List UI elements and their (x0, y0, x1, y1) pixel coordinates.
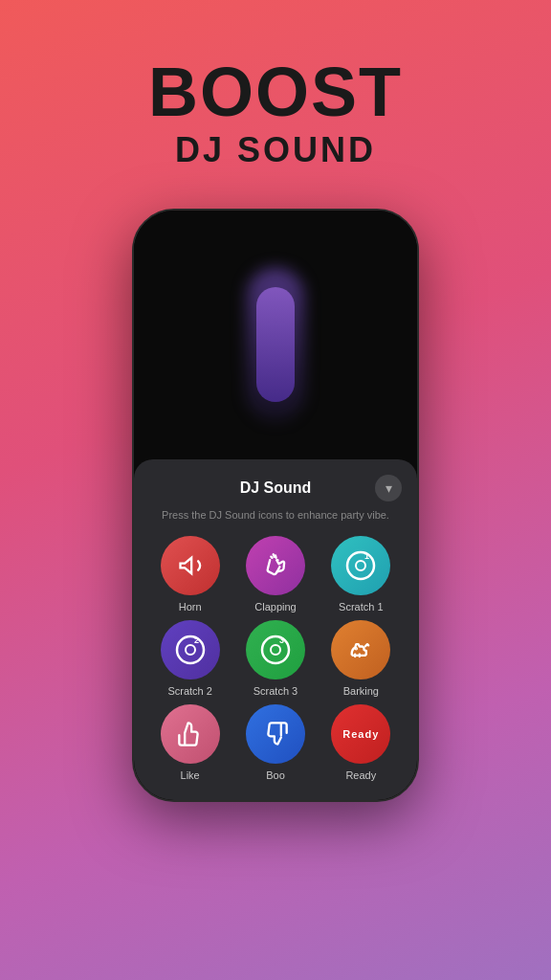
like-label: Like (181, 769, 200, 781)
boo-label: Boo (266, 769, 285, 781)
horn-button[interactable] (161, 536, 220, 595)
ready-button[interactable]: Ready (331, 704, 390, 764)
panel-subtitle: Press the DJ Sound icons to enhance part… (149, 509, 402, 521)
svg-point-2 (356, 561, 365, 570)
barking-label: Barking (343, 685, 379, 697)
ready-text: Ready (342, 728, 379, 740)
horn-label: Horn (179, 601, 202, 612)
sound-item-scratch1[interactable]: 1 Scratch 1 (320, 536, 402, 612)
sound-item-ready[interactable]: Ready Ready (320, 704, 402, 781)
svg-text:1: 1 (364, 551, 369, 561)
panel-header: DJ Sound (149, 475, 402, 501)
turntable-center (256, 287, 295, 402)
collapse-button[interactable] (375, 475, 402, 501)
turntable-area (134, 211, 417, 498)
sound-item-like[interactable]: Like (149, 704, 231, 781)
sound-item-horn[interactable]: Horn (149, 536, 231, 612)
boo-button[interactable] (246, 704, 305, 764)
scratch1-label: Scratch 1 (339, 601, 383, 612)
svg-point-5 (186, 645, 195, 655)
phone-mockup: DJ Sound Press the DJ Sound icons to enh… (132, 209, 419, 802)
sound-item-clapping[interactable]: Clapping (234, 536, 316, 612)
panel-title: DJ Sound (176, 479, 375, 497)
svg-point-4 (177, 636, 204, 663)
svg-text:2: 2 (194, 635, 199, 645)
boost-title: BOOST (148, 57, 403, 126)
phone-screen: DJ Sound Press the DJ Sound icons to enh… (134, 211, 417, 800)
scratch3-button[interactable]: 3 (246, 620, 305, 679)
sound-item-scratch2[interactable]: 2 Scratch 2 (149, 620, 231, 697)
scratch3-label: Scratch 3 (253, 685, 298, 697)
sound-item-scratch3[interactable]: 3 Scratch 3 (234, 620, 316, 697)
scratch2-button[interactable]: 2 (161, 620, 220, 679)
clapping-label: Clapping (254, 601, 296, 612)
scratch2-label: Scratch 2 (167, 685, 211, 697)
barking-button[interactable] (331, 620, 390, 679)
svg-point-10 (356, 648, 357, 649)
header-section: BOOST DJ SOUND (148, 57, 403, 170)
sound-grid: Horn Clapping (149, 536, 402, 781)
like-button[interactable] (161, 704, 220, 764)
svg-point-8 (271, 645, 280, 655)
svg-text:3: 3 (279, 635, 284, 645)
ready-label: Ready (345, 769, 376, 781)
sound-item-boo[interactable]: Boo (234, 704, 316, 781)
dj-sound-title: DJ SOUND (148, 130, 403, 170)
clapping-button[interactable] (246, 536, 305, 595)
svg-point-7 (262, 636, 289, 663)
dj-panel: DJ Sound Press the DJ Sound icons to enh… (134, 459, 417, 800)
svg-point-1 (347, 552, 374, 579)
svg-point-0 (276, 559, 278, 561)
sound-item-barking[interactable]: Barking (320, 620, 402, 697)
scratch1-button[interactable]: 1 (331, 536, 390, 595)
